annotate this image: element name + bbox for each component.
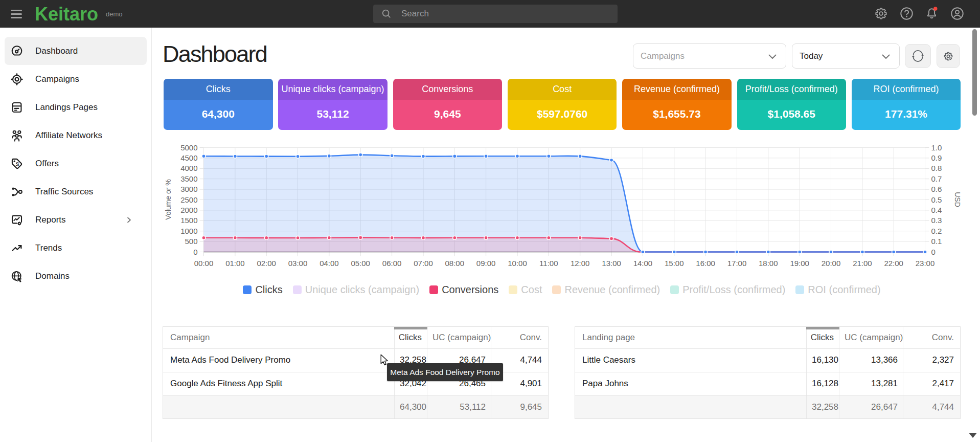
svg-text:2500: 2500 (180, 195, 197, 204)
svg-text:1.0: 1.0 (931, 143, 942, 152)
svg-text:03:00: 03:00 (288, 259, 308, 268)
svg-text:18:00: 18:00 (759, 259, 778, 268)
svg-text:20:00: 20:00 (822, 259, 841, 268)
svg-text:3500: 3500 (180, 174, 197, 183)
svg-text:0: 0 (193, 248, 197, 256)
svg-text:01:00: 01:00 (225, 259, 245, 268)
svg-text:00:00: 00:00 (194, 259, 214, 268)
svg-text:0.6: 0.6 (931, 185, 942, 193)
svg-text:1000: 1000 (180, 227, 197, 235)
svg-text:5000: 5000 (180, 143, 197, 152)
svg-text:0.5: 0.5 (931, 195, 942, 204)
svg-text:15:00: 15:00 (665, 259, 684, 268)
svg-text:500: 500 (185, 237, 197, 246)
svg-text:Volume or %: Volume or % (164, 179, 172, 219)
svg-text:17:00: 17:00 (727, 259, 747, 268)
svg-text:09:00: 09:00 (476, 259, 496, 268)
svg-text:0.8: 0.8 (931, 164, 942, 172)
svg-text:11:00: 11:00 (539, 259, 558, 268)
svg-text:08:00: 08:00 (445, 259, 465, 268)
svg-text:23:00: 23:00 (916, 259, 935, 268)
svg-text:21:00: 21:00 (853, 259, 872, 268)
svg-text:05:00: 05:00 (351, 259, 370, 268)
svg-text:0.2: 0.2 (931, 227, 942, 235)
svg-text:0.3: 0.3 (931, 216, 942, 225)
svg-text:02:00: 02:00 (257, 259, 276, 268)
svg-text:06:00: 06:00 (382, 259, 402, 268)
svg-text:0.1: 0.1 (931, 237, 942, 246)
svg-text:4500: 4500 (180, 153, 197, 162)
svg-text:1500: 1500 (180, 216, 197, 225)
svg-text:0: 0 (931, 248, 936, 256)
svg-text:14:00: 14:00 (633, 259, 653, 268)
svg-text:04:00: 04:00 (320, 259, 339, 268)
svg-text:USD: USD (953, 192, 962, 207)
svg-text:19:00: 19:00 (790, 259, 809, 268)
svg-text:22:00: 22:00 (884, 259, 903, 268)
svg-text:0.7: 0.7 (931, 174, 942, 183)
svg-text:13:00: 13:00 (602, 259, 621, 268)
svg-text:10:00: 10:00 (508, 259, 527, 268)
svg-text:4000: 4000 (180, 164, 197, 172)
svg-text:16:00: 16:00 (696, 259, 715, 268)
svg-text:2000: 2000 (180, 206, 197, 214)
svg-text:0.9: 0.9 (931, 153, 942, 162)
svg-text:12:00: 12:00 (571, 259, 590, 268)
svg-text:3000: 3000 (180, 185, 197, 193)
svg-text:0.4: 0.4 (931, 206, 942, 214)
svg-text:07:00: 07:00 (414, 259, 433, 268)
